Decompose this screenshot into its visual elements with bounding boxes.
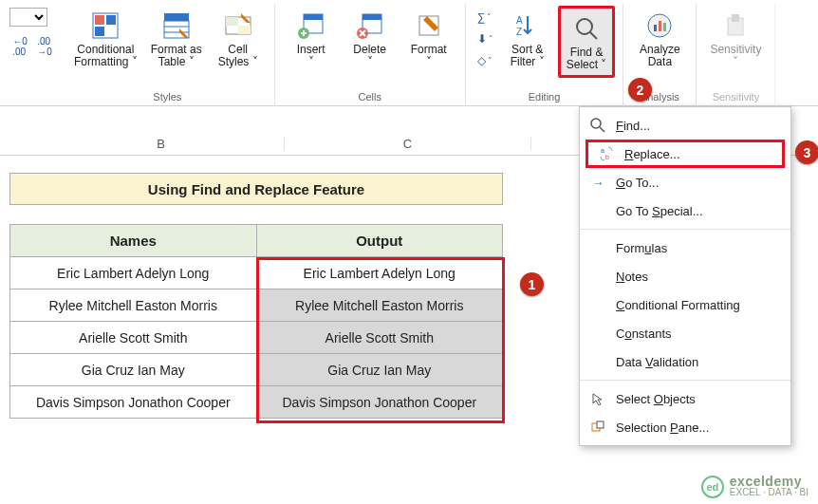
format-as-table-icon [160, 9, 193, 42]
cell-name[interactable]: Davis Simpson Jonathon Cooper [10, 386, 257, 419]
goto-icon: → [589, 174, 606, 191]
cursor-icon [589, 390, 606, 407]
number-format-select[interactable] [9, 8, 47, 27]
menu-constants-label: Constants [616, 327, 672, 341]
sort-filter-button[interactable]: AZ Sort &Filter ˅ [499, 6, 556, 78]
sigma-icon: ∑ [477, 10, 486, 24]
increase-decimal-button[interactable]: ←0.00 [9, 36, 30, 57]
callout-3: 3 [795, 140, 818, 164]
number-group: ←0.00 .00→0 [4, 4, 61, 61]
menu-conditional-formatting[interactable]: Conditional Formatting [580, 290, 790, 319]
menu-goto-special[interactable]: Go To Special... [580, 196, 790, 225]
svg-line-29 [600, 127, 604, 132]
cell-output[interactable]: Davis Simpson Jonathon Cooper [256, 386, 503, 419]
callout-2: 2 [628, 78, 652, 102]
cell-name[interactable]: Gia Cruz Ian May [10, 354, 257, 386]
callout-1: 1 [520, 272, 544, 296]
col-header-c[interactable]: C [285, 137, 531, 151]
cell-output[interactable]: Arielle Scott Smith [256, 322, 503, 354]
menu-constants[interactable]: Constants [580, 319, 790, 347]
analyze-data-button[interactable]: AnalyzeData [631, 6, 688, 72]
menu-goto-label: Go To... [616, 176, 659, 190]
menu-condfmt-label: Conditional Formatting [616, 298, 740, 312]
selection-pane-icon [589, 419, 606, 436]
search-icon [589, 117, 606, 134]
svg-rect-15 [363, 14, 381, 20]
svg-line-21 [590, 32, 597, 39]
watermark-logo-icon: ed [701, 476, 724, 498]
watermark-brand: exceldemy [730, 476, 809, 487]
cell-output[interactable]: Rylee Mitchell Easton Morris [256, 289, 503, 322]
header-output[interactable]: Output [256, 225, 503, 257]
find-select-button[interactable]: Find &Select ˅ [558, 6, 616, 78]
menu-replace[interactable]: ab Replace... [586, 140, 785, 168]
cell-name[interactable]: Rylee Mitchell Easton Morris [10, 289, 257, 322]
svg-rect-4 [164, 13, 189, 21]
svg-point-28 [591, 119, 601, 128]
insert-button[interactable]: Insert˅ [283, 6, 340, 72]
cell-name[interactable]: Arielle Scott Smith [10, 322, 257, 354]
clear-button[interactable]: ◇˅ [477, 51, 493, 70]
menu-notes[interactable]: Notes [580, 262, 790, 290]
menu-find-label: Find... [616, 119, 650, 133]
sensitivity-label: Sensitivity˅ [710, 44, 761, 68]
find-select-label: Find &Select ˅ [567, 47, 607, 71]
format-icon [413, 9, 445, 42]
cell-name[interactable]: Eric Lambert Adelyn Long [10, 257, 257, 289]
sensitivity-button[interactable]: Sensitivity˅ [704, 6, 767, 72]
sensitivity-icon [719, 9, 752, 42]
svg-text:Z: Z [516, 27, 522, 37]
format-button[interactable]: Format˅ [400, 6, 457, 72]
replace-icon: ab [598, 145, 615, 162]
menu-separator [580, 380, 790, 381]
conditional-formatting-button[interactable]: ConditionalFormatting ˅ [68, 6, 143, 72]
menu-separator [580, 229, 790, 230]
table-row: Arielle Scott SmithArielle Scott Smith [10, 322, 503, 354]
fill-button[interactable]: ⬇˅ [477, 29, 493, 48]
table-row: Eric Lambert Adelyn LongEric Lambert Ade… [10, 257, 503, 289]
group-sensitivity: Sensitivity˅ Sensitivity [697, 4, 775, 106]
conditional-formatting-icon [89, 9, 121, 42]
sheet-title: Using Find and Replace Feature [9, 173, 503, 205]
watermark-tag: EXCEL · DATA · BI [730, 487, 809, 497]
format-as-table-label: Format asTable ˅ [151, 44, 202, 68]
svg-rect-2 [106, 15, 116, 25]
cell-output[interactable]: Eric Lambert Adelyn Long [256, 257, 503, 289]
menu-formulas[interactable]: Formulas [580, 233, 790, 262]
menu-select-objects[interactable]: Select Objects [580, 384, 790, 413]
svg-rect-3 [95, 27, 104, 36]
cell-output[interactable]: Gia Cruz Ian May [256, 354, 503, 386]
menu-goto-special-label: Go To Special... [616, 204, 703, 218]
group-label-sensitivity: Sensitivity [713, 91, 760, 106]
cell-styles-button[interactable]: CellStyles ˅ [210, 6, 267, 72]
cell-styles-label: CellStyles ˅ [218, 44, 258, 68]
table-row: Gia Cruz Ian MayGia Cruz Ian May [10, 354, 503, 386]
svg-rect-24 [659, 21, 661, 31]
svg-rect-27 [732, 14, 739, 22]
menu-goto[interactable]: → Go To... [580, 168, 790, 196]
menu-data-validation[interactable]: Data Validation [580, 347, 790, 376]
autosum-button[interactable]: ∑˅ [477, 8, 493, 27]
menu-find[interactable]: Find... [580, 111, 790, 140]
svg-rect-25 [663, 23, 666, 31]
menu-replace-label: Replace... [624, 147, 680, 161]
col-header-b[interactable]: B [38, 137, 285, 151]
format-as-table-button[interactable]: Format asTable ˅ [145, 6, 208, 72]
cell-styles-icon [222, 9, 254, 42]
conditional-formatting-label: ConditionalFormatting ˅ [74, 44, 138, 68]
svg-rect-9 [226, 17, 238, 26]
delete-icon [354, 9, 386, 42]
svg-point-20 [577, 19, 592, 34]
decrease-decimal-button[interactable]: .00→0 [34, 36, 55, 57]
menu-selection-pane[interactable]: Selection Pane... [580, 413, 790, 441]
sort-filter-label: Sort &Filter ˅ [511, 44, 545, 68]
delete-label: Delete˅ [353, 44, 386, 68]
header-names[interactable]: Names [10, 225, 257, 257]
svg-rect-12 [304, 14, 323, 20]
svg-rect-1 [95, 15, 104, 25]
svg-text:A: A [516, 15, 523, 26]
delete-button[interactable]: Delete˅ [342, 6, 399, 72]
menu-datavalid-label: Data Validation [616, 355, 698, 369]
group-styles: ConditionalFormatting ˅ Format asTable ˅… [61, 4, 275, 106]
group-editing: ∑˅ ⬇˅ ◇˅ AZ Sort &Filter ˅ Find &Select … [466, 4, 624, 106]
